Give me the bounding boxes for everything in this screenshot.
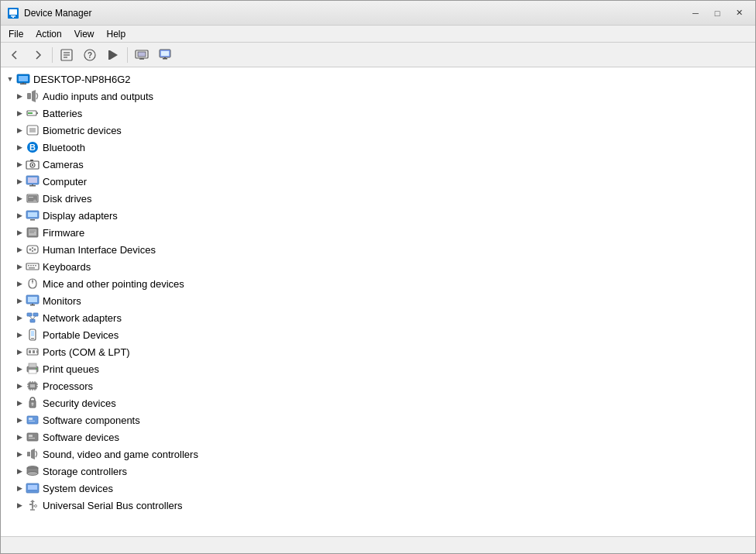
svg-rect-59 bbox=[28, 265, 29, 267]
tree-item-monitors[interactable]: Monitors bbox=[1, 292, 755, 309]
svg-rect-40 bbox=[29, 185, 36, 187]
biometric-expand[interactable] bbox=[13, 124, 26, 136]
tree-item-processors[interactable]: Processors bbox=[1, 377, 755, 394]
svg-rect-17 bbox=[161, 51, 169, 56]
software-devices-expand[interactable] bbox=[13, 431, 26, 443]
svg-rect-57 bbox=[32, 250, 33, 252]
tree-item-portable[interactable]: Portable Devices bbox=[1, 326, 755, 343]
tree-item-sound[interactable]: Sound, video and game controllers bbox=[1, 446, 755, 463]
root-expand-arrow[interactable] bbox=[4, 73, 16, 85]
device-tree[interactable]: DESKTOP-NP8H6G2 Audio inputs and outputs bbox=[1, 67, 755, 536]
print-label: Print queues bbox=[43, 363, 99, 375]
tree-item-cameras[interactable]: Cameras bbox=[1, 156, 755, 173]
usb-expand[interactable] bbox=[13, 499, 26, 511]
sound-expand[interactable] bbox=[13, 448, 26, 460]
svg-rect-106 bbox=[29, 438, 35, 439]
svg-rect-62 bbox=[35, 265, 36, 267]
storage-label: Storage controllers bbox=[43, 466, 127, 477]
cameras-label: Cameras bbox=[43, 159, 84, 170]
menu-action[interactable]: Action bbox=[29, 26, 67, 42]
bluetooth-expand[interactable] bbox=[13, 141, 26, 153]
keyboards-expand[interactable] bbox=[13, 260, 26, 273]
system-expand[interactable] bbox=[13, 482, 26, 494]
svg-rect-79 bbox=[29, 350, 31, 353]
batteries-expand[interactable] bbox=[13, 107, 26, 119]
svg-rect-84 bbox=[29, 370, 36, 373]
tree-root[interactable]: DESKTOP-NP8H6G2 bbox=[1, 71, 755, 88]
tree-item-network[interactable]: Network adapters bbox=[1, 309, 755, 326]
ports-expand[interactable] bbox=[13, 346, 26, 358]
tree-item-keyboards[interactable]: Keyboards bbox=[1, 258, 755, 275]
tree-item-mice[interactable]: Mice and other pointing devices bbox=[1, 275, 755, 292]
network-icon bbox=[26, 311, 40, 325]
svg-rect-69 bbox=[32, 304, 33, 305]
forward-button[interactable] bbox=[27, 45, 49, 65]
help-button[interactable]: ? bbox=[79, 45, 101, 65]
back-button[interactable] bbox=[4, 45, 26, 65]
menu-bar: File Action View Help bbox=[1, 26, 755, 43]
minimize-button[interactable]: ─ bbox=[686, 5, 706, 21]
tree-item-ports[interactable]: Ports (COM & LPT) bbox=[1, 343, 755, 360]
ports-icon bbox=[26, 345, 40, 359]
computer-expand[interactable] bbox=[13, 175, 26, 188]
tree-item-bluetooth[interactable]: B Bluetooth bbox=[1, 139, 755, 156]
tree-item-audio[interactable]: Audio inputs and outputs bbox=[1, 88, 755, 105]
properties-button[interactable] bbox=[56, 45, 77, 65]
menu-view[interactable]: View bbox=[68, 26, 101, 42]
display-expand[interactable] bbox=[13, 209, 26, 222]
svg-rect-63 bbox=[29, 267, 35, 269]
computer-button[interactable] bbox=[154, 45, 176, 65]
security-expand[interactable] bbox=[13, 397, 26, 409]
processors-label: Processors bbox=[43, 380, 93, 392]
maximize-button[interactable]: □ bbox=[707, 5, 727, 21]
portable-icon bbox=[26, 328, 40, 342]
hid-expand[interactable] bbox=[13, 243, 26, 256]
tree-item-print[interactable]: Print queues bbox=[1, 360, 755, 377]
software-components-expand[interactable] bbox=[13, 414, 26, 426]
cameras-expand[interactable] bbox=[13, 158, 26, 170]
status-bar bbox=[1, 536, 755, 553]
svg-rect-70 bbox=[27, 313, 32, 316]
monitors-expand[interactable] bbox=[13, 294, 26, 307]
device-info-button[interactable] bbox=[131, 45, 153, 65]
window-icon bbox=[7, 7, 19, 19]
tree-item-storage[interactable]: Storage controllers bbox=[1, 463, 755, 480]
batteries-label: Batteries bbox=[43, 108, 82, 119]
svg-rect-105 bbox=[29, 435, 33, 437]
software-devices-icon bbox=[26, 430, 40, 444]
audio-expand[interactable] bbox=[13, 90, 26, 102]
menu-help[interactable]: Help bbox=[101, 26, 132, 42]
svg-rect-23 bbox=[22, 83, 24, 84]
close-button[interactable]: ✕ bbox=[729, 5, 749, 21]
root-icon bbox=[16, 72, 30, 86]
svg-rect-116 bbox=[29, 504, 32, 505]
software-components-icon bbox=[26, 413, 40, 427]
disk-expand[interactable] bbox=[13, 192, 26, 205]
processors-expand[interactable] bbox=[13, 380, 26, 392]
print-expand[interactable] bbox=[13, 363, 26, 375]
software-devices-label: Software devices bbox=[43, 432, 119, 443]
storage-expand[interactable] bbox=[13, 465, 26, 477]
run-button[interactable] bbox=[102, 45, 124, 65]
mice-label: Mice and other pointing devices bbox=[43, 278, 184, 290]
portable-expand[interactable] bbox=[13, 329, 26, 341]
network-expand[interactable] bbox=[13, 311, 26, 324]
tree-item-display[interactable]: Display adapters bbox=[1, 207, 755, 224]
tree-item-software-devices[interactable]: Software devices bbox=[1, 428, 755, 446]
tree-item-software-components[interactable]: Software components bbox=[1, 411, 755, 428]
tree-item-system[interactable]: System devices bbox=[1, 480, 755, 497]
mice-expand[interactable] bbox=[13, 277, 26, 290]
tree-item-usb[interactable]: Universal Serial Bus controllers bbox=[1, 497, 755, 514]
tree-item-disk[interactable]: Disk drives bbox=[1, 190, 755, 207]
tree-item-hid[interactable]: Human Interface Devices bbox=[1, 241, 755, 258]
tree-item-biometric[interactable]: Biometric devices bbox=[1, 122, 755, 139]
tree-item-security[interactable]: Security devices bbox=[1, 394, 755, 411]
svg-point-44 bbox=[33, 200, 36, 202]
menu-file[interactable]: File bbox=[2, 26, 29, 42]
svg-rect-103 bbox=[29, 421, 35, 422]
tree-item-firmware[interactable]: Firmware bbox=[1, 224, 755, 241]
biometric-icon bbox=[26, 123, 40, 137]
tree-item-batteries[interactable]: Batteries bbox=[1, 105, 755, 122]
tree-item-computer[interactable]: Computer bbox=[1, 173, 755, 190]
firmware-expand[interactable] bbox=[13, 226, 26, 239]
